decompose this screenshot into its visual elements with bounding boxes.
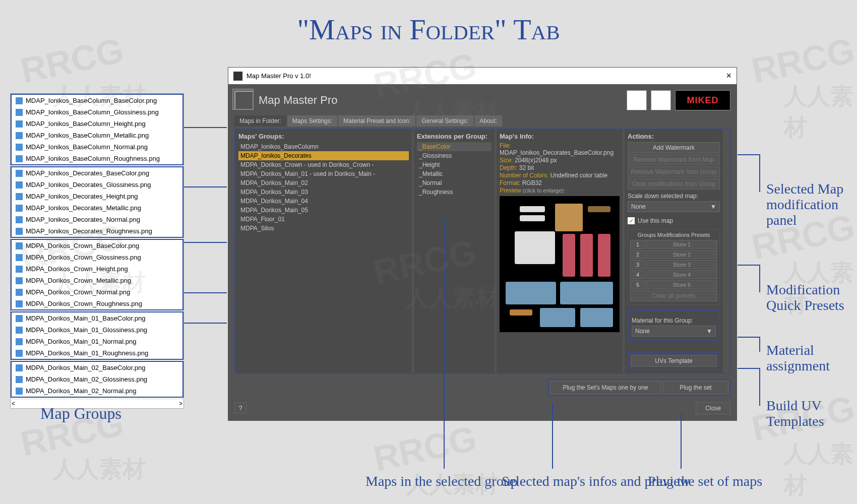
file-item[interactable]: MDPA_Dorikos_Main_01_Normal.png bbox=[12, 336, 182, 347]
preset-number-button[interactable]: 3 bbox=[630, 260, 645, 269]
preset-store-button[interactable]: Store 1 bbox=[646, 240, 717, 249]
file-item[interactable]: MDPA_Dorikos_Main_01_Glossiness.png bbox=[12, 324, 182, 336]
notes-icon[interactable] bbox=[627, 90, 647, 110]
preset-number-button[interactable]: 4 bbox=[630, 270, 645, 279]
scroll-left-arrow[interactable]: < bbox=[12, 400, 15, 407]
material-box: Material for this Group: None ▼ bbox=[628, 310, 720, 341]
scale-dropdown[interactable]: None ▼ bbox=[628, 201, 720, 212]
annotation-uv-templates: Build UV Templates bbox=[766, 398, 857, 429]
remove-watermark-map-button[interactable]: Remove Watermark from Map bbox=[628, 154, 720, 165]
group-item[interactable]: MDPA_Dorikos_Main_02 bbox=[238, 178, 409, 187]
material-dropdown[interactable]: None ▼ bbox=[632, 326, 716, 337]
clapper-icon[interactable] bbox=[651, 90, 671, 110]
group-item[interactable]: MDPA_Silos bbox=[238, 224, 409, 233]
preset-store-button[interactable]: Store 3 bbox=[646, 260, 717, 269]
file-item[interactable]: MDAP_Ionikos_BaseColumn_Glossiness.png bbox=[12, 106, 182, 118]
file-item[interactable]: MDPA_Dorikos_Main_02_Glossiness.png bbox=[12, 373, 182, 385]
file-item[interactable]: MDPA_Dorikos_Crown_Roughness.png bbox=[12, 298, 182, 309]
image-file-icon bbox=[16, 170, 23, 177]
group-item[interactable]: MDPA_Dorikos_Crown - used in Dorikos_Cro… bbox=[238, 160, 409, 169]
file-item[interactable]: MDAP_Ionikos_Decorates_Metallic.png bbox=[12, 202, 182, 214]
file-item[interactable]: MDPA_Dorikos_Main_02_Normal.png bbox=[12, 385, 182, 397]
tab-material-preset[interactable]: Material Preset and Icon: bbox=[338, 115, 415, 127]
info-format-value: RGB32 bbox=[522, 179, 542, 186]
group-item[interactable]: MDAP_Ionikos_Decorates bbox=[238, 151, 409, 160]
close-icon[interactable]: × bbox=[726, 71, 731, 81]
tab-maps-settings[interactable]: Maps Settings: bbox=[287, 115, 337, 127]
annotation-quick-presets: Modification Quick Presets bbox=[766, 282, 857, 313]
extension-item[interactable]: _Glossiness bbox=[417, 151, 492, 160]
extension-item[interactable]: _Roughness bbox=[417, 187, 492, 197]
scroll-right-arrow[interactable]: > bbox=[179, 400, 182, 407]
extension-item[interactable]: _Height bbox=[417, 160, 492, 169]
file-item[interactable]: MDAP_Ionikos_Decorates_BaseColor.png bbox=[12, 167, 182, 179]
info-depth-value: 32 bit bbox=[519, 164, 534, 171]
tab-about[interactable]: About: bbox=[474, 115, 502, 127]
add-watermark-button[interactable]: Add Watermark bbox=[628, 142, 720, 153]
file-item[interactable]: MDAP_Ionikos_BaseColumn_Metallic.png bbox=[12, 130, 182, 141]
close-button[interactable]: Close bbox=[696, 402, 730, 414]
tab-general-settings[interactable]: General Settings: bbox=[416, 115, 473, 127]
info-size-value: 2048(x)2048 px bbox=[515, 157, 557, 164]
extension-item[interactable]: _Metallic bbox=[417, 169, 492, 178]
ext-header: Extensions per Group: bbox=[417, 133, 492, 140]
file-item[interactable]: MDPA_Dorikos_Crown_Normal.png bbox=[12, 286, 182, 298]
clear-presets-button[interactable]: Clear all presets bbox=[630, 290, 717, 301]
miked-logo[interactable]: MIKED bbox=[675, 90, 730, 110]
image-file-icon bbox=[16, 144, 23, 151]
image-file-icon bbox=[16, 205, 23, 212]
file-name: MDAP_Ionikos_Decorates_Roughness.png bbox=[26, 227, 152, 235]
file-item[interactable]: MDAP_Ionikos_Decorates_Height.png bbox=[12, 191, 182, 202]
image-file-icon bbox=[16, 216, 23, 223]
use-map-label: Use this map bbox=[638, 217, 673, 224]
group-item[interactable]: MDPA_Dorikos_Main_03 bbox=[238, 187, 409, 197]
remove-watermark-group-button[interactable]: Remove Watermark from Group bbox=[628, 166, 720, 177]
group-item[interactable]: MDPA_Dorikos_Main_05 bbox=[238, 206, 409, 215]
file-item[interactable]: MDAP_Ionikos_BaseColumn_BaseColor.png bbox=[12, 95, 182, 106]
uv-template-button[interactable]: UVs Template bbox=[631, 355, 717, 367]
preset-number-button[interactable]: 2 bbox=[630, 250, 645, 259]
file-name: MDAP_Ionikos_BaseColumn_Normal.png bbox=[26, 143, 148, 151]
plug-set-button[interactable]: Plug the set bbox=[663, 381, 728, 394]
clear-modifications-button[interactable]: Clear modifications from Group bbox=[628, 178, 720, 190]
file-item[interactable]: MDPA_Dorikos_Crown_Height.png bbox=[12, 263, 182, 275]
group-item[interactable]: MDPA_Floor_01 bbox=[238, 215, 409, 224]
file-item[interactable]: MDPA_Dorikos_Crown_BaseColor.png bbox=[12, 240, 182, 251]
preview-image[interactable] bbox=[500, 196, 620, 332]
file-item[interactable]: MDAP_Ionikos_Decorates_Roughness.png bbox=[12, 225, 182, 237]
file-name: MDAP_Ionikos_Decorates_BaseColor.png bbox=[26, 169, 149, 177]
preset-number-button[interactable]: 5 bbox=[630, 280, 645, 289]
panel-extensions: Extensions per Group: _BaseColor_Glossin… bbox=[414, 130, 495, 373]
preset-store-button[interactable]: Store 4 bbox=[646, 270, 717, 279]
file-item[interactable]: MDAP_Ionikos_Decorates_Normal.png bbox=[12, 214, 182, 225]
file-item[interactable]: MDPA_Dorikos_Main_02_BaseColor.png bbox=[12, 362, 182, 373]
extension-item[interactable]: _Normal bbox=[417, 178, 492, 187]
group-item[interactable]: MDAP_Ionikos_BaseColumn bbox=[238, 142, 409, 151]
file-item[interactable]: MDAP_Ionikos_Decorates_Glossiness.png bbox=[12, 179, 182, 191]
preset-store-button[interactable]: Store 2 bbox=[646, 250, 717, 259]
file-item[interactable]: MDAP_Ionikos_BaseColumn_Normal.png bbox=[12, 141, 182, 153]
file-item[interactable]: MDPA_Dorikos_Main_01_Roughness.png bbox=[12, 347, 182, 359]
plug-one-by-one-button[interactable]: Plug the Set's Maps one by one bbox=[550, 381, 661, 394]
file-item[interactable]: MDAP_Ionikos_BaseColumn_Roughness.png bbox=[12, 153, 182, 164]
info-colors-label: Number of Colors: bbox=[500, 172, 548, 179]
group-item[interactable]: MDPA_Dorikos_Main_04 bbox=[238, 197, 409, 206]
use-map-checkbox[interactable]: ✓ bbox=[628, 217, 635, 224]
preset-number-button[interactable]: 1 bbox=[630, 240, 645, 249]
file-item[interactable]: MDPA_Dorikos_Crown_Glossiness.png bbox=[12, 251, 182, 263]
extension-item[interactable]: _BaseColor bbox=[417, 142, 492, 151]
image-file-icon bbox=[16, 97, 23, 104]
file-item[interactable]: MDAP_Ionikos_BaseColumn_Height.png bbox=[12, 118, 182, 130]
help-button[interactable]: ? bbox=[234, 402, 247, 413]
preset-row: 5Store 5 bbox=[630, 280, 717, 289]
preset-store-button[interactable]: Store 5 bbox=[646, 280, 717, 289]
map-groups-label: Map Groups bbox=[40, 404, 121, 423]
file-item[interactable]: MDPA_Dorikos_Main_01_BaseColor.png bbox=[12, 312, 182, 324]
image-file-icon bbox=[16, 388, 23, 395]
file-name: MDAP_Ionikos_BaseColumn_Roughness.png bbox=[26, 155, 160, 162]
file-name: MDPA_Dorikos_Main_01_BaseColor.png bbox=[26, 314, 146, 322]
tab-maps-in-folder[interactable]: Maps in Folder: bbox=[234, 115, 286, 127]
watermark: 人人素材 bbox=[784, 438, 857, 501]
group-item[interactable]: MDPA_Dorikos_Main_01 - used in Dorikos_M… bbox=[238, 169, 409, 178]
file-item[interactable]: MDPA_Dorikos_Crown_Metallic.png bbox=[12, 275, 182, 286]
